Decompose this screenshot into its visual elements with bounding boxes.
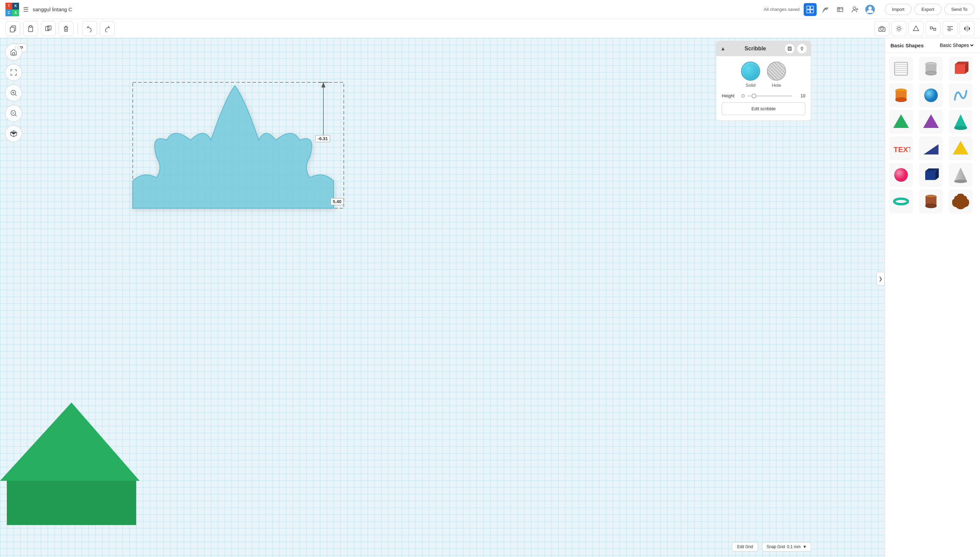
hole-option[interactable]: Hole bbox=[767, 62, 786, 88]
fit-view-button[interactable] bbox=[5, 64, 22, 81]
svg-point-49 bbox=[954, 126, 967, 130]
shape-item-cone-teal[interactable] bbox=[949, 110, 972, 134]
shape-item-box-striped[interactable] bbox=[889, 57, 913, 81]
svg-rect-16 bbox=[13, 53, 15, 55]
redo-button[interactable] bbox=[100, 21, 115, 36]
svg-rect-4 bbox=[837, 8, 843, 11]
solid-hole-row: Solid Hole bbox=[722, 62, 806, 88]
shape-item-pyramid-purple[interactable] bbox=[919, 110, 943, 134]
snap-grid-control[interactable]: Snap Grid 0.1 mm ▼ bbox=[762, 542, 811, 552]
align-button[interactable] bbox=[942, 21, 957, 36]
shape-item-shape-brown[interactable] bbox=[949, 189, 972, 213]
svg-point-53 bbox=[894, 168, 908, 182]
shape-item-box-dark-blue[interactable] bbox=[919, 163, 943, 187]
tools-button[interactable] bbox=[819, 3, 832, 16]
snap-grid-label: Snap Grid bbox=[766, 544, 785, 549]
bottom-controls: Edit Grid Snap Grid 0.1 mm ▼ bbox=[732, 542, 811, 552]
delete-button[interactable] bbox=[59, 21, 73, 36]
hamburger-icon[interactable]: ☰ bbox=[23, 6, 29, 13]
view-tools bbox=[874, 21, 975, 36]
shape-item-box-red[interactable] bbox=[949, 57, 972, 81]
height-slider[interactable] bbox=[747, 95, 792, 97]
doc-title: sanggul lintang C bbox=[33, 7, 72, 12]
props-collapse-button[interactable]: ▲ bbox=[720, 46, 726, 52]
height-row: Height 10 bbox=[722, 93, 806, 98]
duplicate-button[interactable] bbox=[41, 21, 56, 36]
export-button[interactable]: Export bbox=[914, 4, 941, 15]
shape-item-pyramid-green[interactable] bbox=[889, 110, 913, 134]
svg-point-62 bbox=[926, 204, 936, 208]
svg-marker-51 bbox=[923, 144, 938, 155]
shape-item-cylinder-brown[interactable] bbox=[919, 189, 943, 213]
snap-grid-arrow: ▼ bbox=[803, 544, 807, 549]
zoom-in-button[interactable] bbox=[5, 85, 22, 101]
zoom-out-button[interactable] bbox=[5, 105, 22, 122]
shape-item-squiggle-blue[interactable] bbox=[949, 83, 972, 107]
library-button[interactable] bbox=[833, 3, 846, 16]
undo-button[interactable] bbox=[82, 21, 97, 36]
light-button[interactable] bbox=[892, 21, 907, 36]
solid-label: Solid bbox=[746, 83, 756, 88]
canvas-area[interactable]: TOP bbox=[0, 38, 885, 557]
shape-item-wedge-blue[interactable] bbox=[919, 137, 943, 160]
shape-item-cone-gray[interactable] bbox=[949, 163, 972, 187]
svg-point-29 bbox=[801, 47, 803, 49]
shapes-panel-title: Basic Shapes bbox=[890, 42, 924, 48]
svg-point-58 bbox=[954, 180, 967, 183]
solid-option[interactable]: Solid bbox=[741, 62, 760, 88]
logo-c: C bbox=[5, 10, 12, 16]
collapse-panel-arrow[interactable]: ❯ bbox=[877, 272, 885, 285]
svg-point-38 bbox=[926, 71, 936, 75]
props-title: Scribble bbox=[744, 46, 766, 52]
svg-rect-39 bbox=[955, 64, 965, 74]
props-save-icon[interactable] bbox=[785, 44, 794, 54]
avatar-button[interactable] bbox=[864, 3, 877, 16]
import-button[interactable]: Import bbox=[885, 4, 912, 15]
shape-item-text-red[interactable]: TEXT bbox=[889, 137, 913, 160]
doc-title-text: sanggul lintang C bbox=[33, 7, 72, 12]
shape-item-sphere-pink[interactable] bbox=[889, 163, 913, 187]
toolbar bbox=[0, 19, 980, 38]
paste-button[interactable] bbox=[23, 21, 38, 36]
user-add-button[interactable] bbox=[849, 3, 861, 16]
svg-point-44 bbox=[895, 98, 907, 102]
3d-view-button[interactable] bbox=[5, 125, 22, 142]
main-area: TOP bbox=[0, 38, 980, 557]
logo-t: T bbox=[5, 3, 12, 10]
transform-button[interactable] bbox=[926, 21, 941, 36]
topbar-action-buttons: Import Export Send To bbox=[885, 4, 975, 15]
shape-item-cylinder-gray[interactable] bbox=[919, 57, 943, 81]
home-view-button[interactable] bbox=[5, 44, 22, 60]
edit-grid-button[interactable]: Edit Grid bbox=[732, 542, 758, 552]
height-value: 10 bbox=[795, 93, 806, 98]
svg-marker-46 bbox=[893, 114, 909, 128]
svg-point-59 bbox=[894, 199, 908, 204]
props-light-icon[interactable] bbox=[797, 44, 807, 54]
shape-item-cylinder-orange[interactable] bbox=[889, 83, 913, 107]
shape-item-sphere-blue[interactable] bbox=[919, 83, 943, 107]
shape-item-torus-teal[interactable] bbox=[889, 189, 913, 213]
svg-rect-28 bbox=[789, 47, 791, 48]
scribble-shape-svg bbox=[122, 72, 347, 222]
logo: T K C A bbox=[5, 3, 19, 16]
dimension-label-2: 5.40 bbox=[331, 198, 344, 205]
height-label: Height bbox=[722, 93, 739, 98]
shape-tool-button[interactable] bbox=[908, 21, 923, 36]
svg-rect-54 bbox=[925, 171, 935, 180]
shape-item-pyramid-yellow[interactable] bbox=[949, 137, 972, 160]
svg-rect-3 bbox=[810, 10, 814, 13]
camera-button[interactable] bbox=[874, 21, 889, 36]
svg-rect-1 bbox=[810, 6, 814, 9]
svg-marker-52 bbox=[953, 141, 969, 155]
left-panel bbox=[0, 38, 27, 557]
edit-scribble-button[interactable]: Edit scribble bbox=[722, 103, 806, 115]
mirror-button[interactable] bbox=[960, 21, 975, 36]
solid-circle-indicator bbox=[741, 62, 760, 81]
toolbar-divider bbox=[78, 23, 78, 34]
grid-view-button[interactable] bbox=[804, 3, 817, 16]
scribble-shape-container[interactable]: -6.31 5.40 bbox=[122, 72, 347, 223]
copy-button[interactable] bbox=[5, 21, 20, 36]
topbar-icons bbox=[804, 3, 877, 16]
send-to-button[interactable]: Send To bbox=[944, 4, 975, 15]
shapes-category-dropdown[interactable]: Basic Shapes Featured Text bbox=[938, 42, 975, 48]
